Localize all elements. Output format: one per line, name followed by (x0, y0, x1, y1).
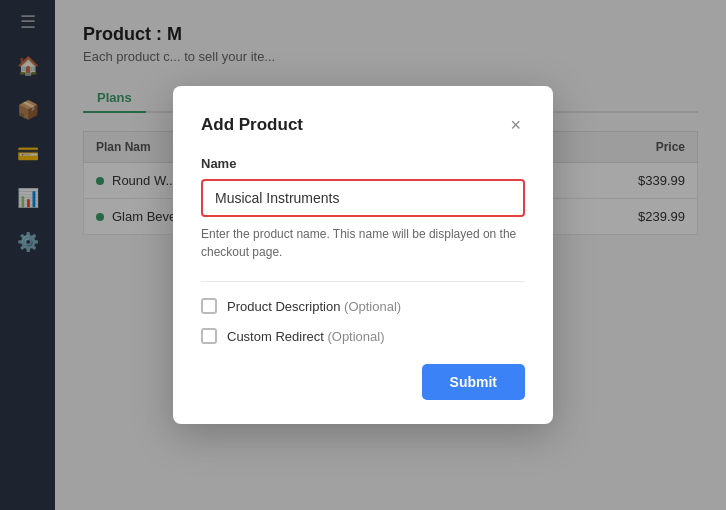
modal-title: Add Product (201, 115, 303, 135)
modal-close-button[interactable]: × (506, 114, 525, 136)
name-label: Name (201, 156, 525, 171)
product-description-checkbox[interactable] (201, 298, 217, 314)
name-hint: Enter the product name. This name will b… (201, 225, 525, 261)
custom-redirect-label: Custom Redirect (Optional) (227, 329, 385, 344)
modal-overlay: Add Product × Name Enter the product nam… (0, 0, 726, 510)
product-description-label: Product Description (Optional) (227, 299, 401, 314)
divider (201, 281, 525, 282)
submit-button[interactable]: Submit (422, 364, 525, 400)
custom-redirect-checkbox[interactable] (201, 328, 217, 344)
name-input[interactable] (201, 179, 525, 217)
custom-redirect-row: Custom Redirect (Optional) (201, 328, 525, 344)
product-description-row: Product Description (Optional) (201, 298, 525, 314)
modal-header: Add Product × (201, 114, 525, 136)
add-product-modal: Add Product × Name Enter the product nam… (173, 86, 553, 424)
modal-footer: Submit (201, 364, 525, 400)
